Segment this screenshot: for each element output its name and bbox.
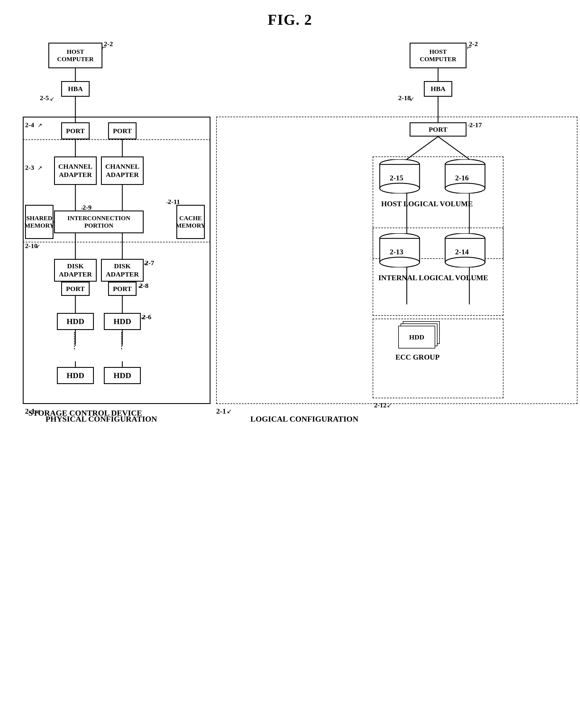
ref-2-3: 2-3 xyxy=(25,163,34,172)
hba-left: HBA xyxy=(61,81,89,97)
hba-right: HBA xyxy=(424,81,452,97)
page-title: FIG. 2 xyxy=(0,0,580,28)
host-computer-left: HOST COMPUTER xyxy=(48,43,102,68)
ref-2-11: 2-11 xyxy=(168,198,180,206)
host-logical-volume-label: HOST LOGICAL VOLUME xyxy=(381,199,473,209)
ref-2-18: 2-18 xyxy=(398,94,411,102)
svg-point-33 xyxy=(445,183,485,193)
disk-adapter-left: DISKADAPTER xyxy=(54,259,97,282)
ref-2-13: 2-13 xyxy=(390,248,403,256)
ref-2-5: 2-5 xyxy=(40,94,49,102)
hdd-bottom-right: HDD xyxy=(104,367,141,384)
ref-2-1-left: 2-1 xyxy=(25,407,35,416)
port-left: PORT xyxy=(61,122,89,139)
channel-adapter-left: CHANNELADAPTER xyxy=(54,156,97,185)
ref-2-1-right: 2-1 xyxy=(216,407,226,416)
channel-adapter-right: CHANNELADAPTER xyxy=(101,156,143,185)
host-computer-right: HOST COMPUTER xyxy=(410,43,467,68)
port-disk-right: PORT xyxy=(108,282,136,296)
ref-2-15: 2-15 xyxy=(390,174,403,182)
ref-2-12: 2-12 xyxy=(374,401,387,409)
internal-logical-volume-label: INTERNAL LOGICAL VOLUME xyxy=(378,273,488,283)
svg-point-39 xyxy=(445,257,485,267)
port-right-storage: PORT xyxy=(108,122,136,139)
logical-config-label: LOGICAL CONFIGURATION xyxy=(250,414,359,424)
ecc-group-label: ECC GROUP xyxy=(395,353,440,362)
ref-2-17: 2-17 xyxy=(469,121,482,129)
svg-point-30 xyxy=(380,183,420,193)
svg-point-36 xyxy=(380,257,420,267)
cache-memory: CACHEMEMORY xyxy=(176,205,205,239)
ref-2-16: 2-16 xyxy=(455,174,469,182)
port-right-logical: PORT xyxy=(410,122,467,136)
ref-2-14: 2-14 xyxy=(455,248,469,256)
port-disk-left: PORT xyxy=(61,282,89,296)
hdd-top-left: HDD xyxy=(57,313,94,330)
disk-adapter-right: DISKADAPTER xyxy=(101,259,143,282)
shared-memory: SHAREDMEMORY xyxy=(25,205,53,239)
physical-config-label: PHYSICAL CONFIGURATION xyxy=(46,414,157,424)
ecc-hdd-front: HDD xyxy=(398,326,435,348)
interconnection-portion: INTERCONNECTIONPORTION xyxy=(54,210,143,233)
diagram-container: HOST COMPUTER 2-2 ⌐ HBA 2-5 ↙ HOST COMPU… xyxy=(17,34,563,705)
ref-2-4: 2-4 xyxy=(25,121,34,129)
hdd-top-right: HDD xyxy=(104,313,141,330)
hdd-bottom-left: HDD xyxy=(57,367,94,384)
